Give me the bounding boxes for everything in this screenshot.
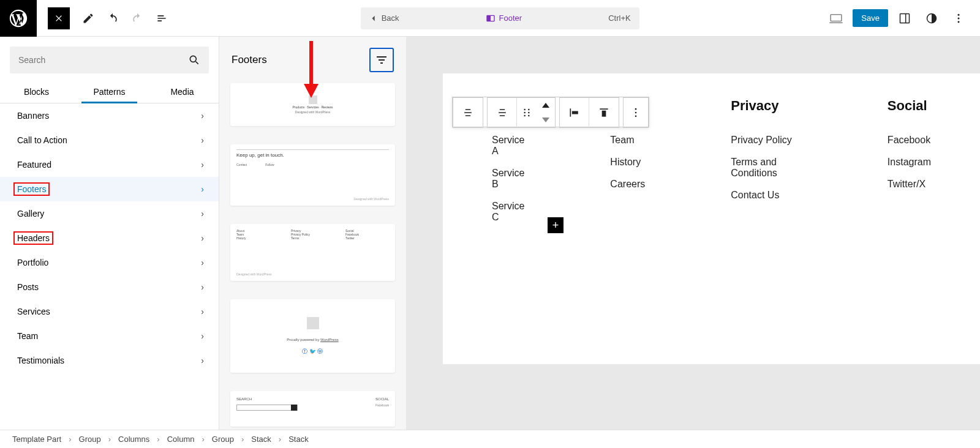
svg-point-7 — [957, 17, 959, 19]
svg-line-10 — [196, 62, 198, 64]
tab-patterns[interactable]: Patterns — [73, 80, 146, 103]
category-banners[interactable]: Banners› — [0, 103, 219, 128]
redo-icon[interactable] — [125, 6, 149, 31]
footer-link[interactable]: History — [610, 151, 645, 173]
svg-rect-22 — [602, 111, 606, 117]
svg-rect-3 — [900, 13, 909, 23]
more-options-icon[interactable] — [948, 8, 969, 29]
pattern-category-list[interactable]: Banners› Call to Action› Featured› Foote… — [0, 103, 219, 430]
footer-link[interactable]: Team — [610, 129, 645, 151]
tab-media[interactable]: Media — [146, 80, 219, 103]
svg-point-24 — [635, 112, 637, 114]
save-button[interactable]: Save — [853, 9, 888, 27]
filter-button[interactable] — [369, 48, 394, 72]
footer-link[interactable]: Terms and Conditions — [731, 151, 802, 184]
search-icon — [188, 54, 200, 66]
topbar: Back Footer Ctrl+K Save — [0, 0, 980, 37]
category-footers[interactable]: Footers› — [0, 177, 219, 201]
device-preview-icon[interactable] — [826, 8, 846, 29]
crumb[interactable]: Group — [79, 435, 101, 444]
crumb[interactable]: Template Part — [12, 435, 61, 444]
pattern-preview-panel: Footers Products · Services · Reviews De… — [219, 37, 406, 430]
add-block-button[interactable]: + — [548, 217, 564, 233]
pattern-card-3[interactable]: AboutTeamHistory PrivacyPrivacy PolicyTe… — [230, 224, 395, 281]
footer-link[interactable]: Service A — [492, 129, 524, 162]
svg-point-6 — [957, 13, 959, 15]
block-type-icon[interactable] — [453, 98, 483, 127]
category-gallery[interactable]: Gallery› — [0, 201, 219, 226]
footer-link[interactable]: Service C — [492, 195, 524, 228]
right-actions: Save — [826, 8, 969, 29]
category-featured[interactable]: Featured› — [0, 152, 219, 177]
category-call-to-action[interactable]: Call to Action› — [0, 128, 219, 152]
category-services[interactable]: Services› — [0, 299, 219, 324]
svg-point-15 — [524, 112, 526, 114]
tab-blocks[interactable]: Blocks — [0, 80, 73, 103]
close-button[interactable] — [48, 7, 70, 29]
shortcut-label: Ctrl+K — [608, 13, 630, 23]
drag-handle-icon[interactable] — [517, 98, 537, 127]
move-up-icon[interactable] — [537, 98, 555, 113]
svg-rect-20 — [571, 111, 578, 114]
crumb[interactable]: Column — [167, 435, 195, 444]
category-portfolio[interactable]: Portfolio› — [0, 250, 219, 275]
undo-icon[interactable] — [100, 6, 125, 31]
back-button[interactable]: Back — [369, 13, 399, 23]
pattern-card-4[interactable]: Proudly powered by WordPress ⓕ 🐦 ⓦ — [230, 299, 395, 373]
styles-icon[interactable] — [921, 8, 942, 29]
crumb[interactable]: Group — [212, 435, 234, 444]
svg-point-9 — [190, 56, 196, 62]
footer-heading[interactable]: Social — [888, 98, 931, 114]
document-title: Footer — [486, 13, 522, 23]
crumb[interactable]: Columns — [118, 435, 149, 444]
category-testimonials[interactable]: Testimonials› — [0, 348, 219, 373]
panel-title: Footers — [232, 54, 267, 66]
back-label: Back — [382, 13, 399, 23]
settings-panel-icon[interactable] — [894, 8, 915, 29]
category-team[interactable]: Team› — [0, 324, 219, 348]
search-input[interactable] — [18, 55, 188, 65]
footer-link[interactable]: Twitter/X — [888, 173, 931, 195]
footer-col-privacy: Privacy Privacy Policy Terms and Conditi… — [731, 98, 802, 228]
pattern-card-1[interactable]: Products · Services · Reviews Designed w… — [230, 83, 395, 126]
footer-link[interactable]: Privacy Policy — [731, 129, 802, 151]
svg-point-16 — [528, 112, 530, 114]
document-bar[interactable]: Back Footer Ctrl+K — [361, 7, 639, 29]
category-headers[interactable]: Headers› — [0, 226, 219, 250]
move-down-icon[interactable] — [537, 113, 555, 127]
parent-block-icon[interactable] — [488, 98, 517, 127]
svg-point-23 — [635, 108, 637, 110]
footer-link[interactable]: Instagram — [888, 151, 931, 173]
edit-icon[interactable] — [76, 6, 100, 31]
svg-point-25 — [635, 116, 637, 118]
svg-point-17 — [524, 115, 526, 117]
footer-heading[interactable]: Privacy — [731, 98, 802, 114]
inserter-sidebar: Blocks Patterns Media Banners› Call to A… — [0, 37, 219, 430]
svg-point-8 — [957, 21, 959, 23]
block-breadcrumb: Template Part› Group› Columns› Column› G… — [0, 430, 980, 448]
footer-link[interactable]: Service B — [492, 162, 524, 195]
crumb[interactable]: Stack — [251, 435, 271, 444]
pattern-card-5[interactable]: SEARCH SOCIAL Facebook — [230, 391, 395, 427]
footer-link[interactable]: Facebook — [888, 129, 931, 151]
document-outline-icon[interactable] — [149, 6, 174, 31]
svg-point-14 — [528, 109, 530, 111]
block-toolbar — [452, 97, 649, 127]
pattern-card-2[interactable]: Keep up, get in touch. ContactFollow Des… — [230, 144, 395, 206]
justify-icon[interactable] — [589, 98, 619, 127]
category-posts[interactable]: Posts› — [0, 275, 219, 299]
pattern-list[interactable]: Products · Services · Reviews Designed w… — [219, 81, 406, 430]
editor-canvas[interactable]: X Service A Service B Service C X Team H… — [406, 37, 980, 430]
crumb[interactable]: Stack — [288, 435, 309, 444]
footer-col-social: Social Facebook Instagram Twitter/X — [888, 98, 931, 228]
search-box[interactable] — [10, 47, 209, 73]
footer-link[interactable]: Contact Us — [731, 184, 802, 206]
svg-point-18 — [528, 115, 530, 117]
main-area: Blocks Patterns Media Banners› Call to A… — [0, 37, 980, 430]
wordpress-logo[interactable] — [0, 0, 37, 37]
svg-rect-1 — [487, 15, 491, 21]
footer-link[interactable]: Careers — [610, 173, 645, 195]
block-options-icon[interactable] — [624, 98, 648, 127]
align-icon[interactable] — [560, 98, 589, 127]
inserter-tabs: Blocks Patterns Media — [0, 80, 219, 103]
